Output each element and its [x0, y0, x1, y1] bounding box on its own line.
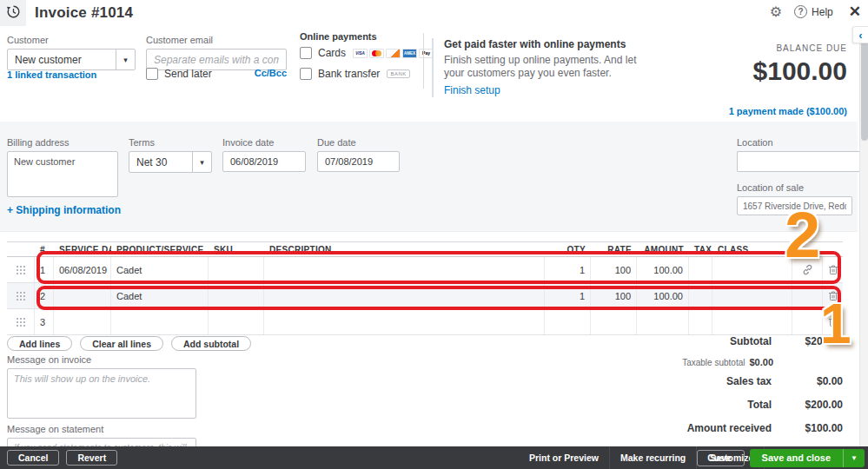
class-cell[interactable]	[712, 283, 792, 308]
bank-badge: BANK	[387, 69, 409, 78]
amount-received-label: Amount received	[687, 422, 772, 434]
class-cell[interactable]	[712, 309, 792, 334]
service-date-cell[interactable]: 06/08/2019	[54, 257, 111, 282]
billing-address-input[interactable]: New customer	[7, 151, 118, 197]
invoice-date-input[interactable]	[222, 151, 306, 172]
chevron-down-icon[interactable]: ▾	[116, 50, 135, 69]
add-lines-button[interactable]: Add lines	[7, 336, 72, 351]
description-cell[interactable]	[264, 283, 545, 308]
tax-cell[interactable]	[689, 283, 712, 308]
rate-cell[interactable]: 100	[591, 283, 637, 308]
sku-cell[interactable]	[209, 257, 264, 282]
message-on-invoice-input[interactable]	[7, 368, 196, 419]
taxable-subtotal-label: Taxable subtotal	[682, 358, 745, 367]
customer-value: New customer	[8, 54, 116, 66]
invoice-details-band: Billing address New customer Terms Net 3…	[0, 122, 858, 232]
recent-transactions-button[interactable]	[0, 0, 26, 26]
divider	[423, 33, 424, 89]
col-header-service-date: SERVICE DATE	[54, 242, 111, 256]
col-header-tax: TAX	[689, 242, 712, 256]
payment-made-link[interactable]: 1 payment made ($100.00)	[729, 106, 847, 116]
due-date-label: Due date	[317, 137, 400, 148]
clear-all-lines-button[interactable]: Clear all lines	[80, 336, 163, 351]
location-input[interactable]	[737, 151, 868, 172]
card-brand-icons: VISA AMEX Pay	[353, 49, 434, 58]
trash-icon[interactable]	[828, 264, 838, 275]
amount-cell[interactable]: 100.00	[637, 257, 689, 282]
rate-cell[interactable]: 100	[591, 257, 637, 282]
drag-handle-icon[interactable]	[16, 317, 25, 327]
class-cell[interactable]	[712, 257, 792, 282]
product-cell[interactable]: Cadet	[111, 283, 209, 308]
sku-cell[interactable]	[209, 283, 264, 308]
total-label: Total	[747, 399, 772, 411]
print-or-preview-button[interactable]: Print or Preview	[519, 452, 609, 463]
due-date-input[interactable]	[317, 151, 400, 172]
cards-checkbox[interactable]	[300, 47, 312, 59]
qty-cell[interactable]: 1	[545, 283, 591, 308]
product-cell[interactable]: Cadet	[111, 257, 209, 282]
col-header-product: PRODUCT/SERVICE	[111, 242, 209, 256]
amount-cell[interactable]: 100.00	[637, 283, 689, 308]
help-button[interactable]: ? Help	[794, 5, 833, 18]
drag-handle-icon[interactable]	[16, 265, 25, 274]
service-date-cell[interactable]	[54, 283, 111, 308]
trash-icon[interactable]	[828, 290, 838, 301]
linked-payment-icon[interactable]	[802, 264, 813, 275]
ccbcc-link[interactable]: Cc/Bcc	[255, 68, 287, 78]
send-later-checkbox[interactable]	[146, 68, 158, 80]
col-header-num: #	[35, 242, 54, 256]
table-row[interactable]: 1 06/08/2019 Cadet 1 100 100.00	[7, 257, 843, 283]
terms-select[interactable]: Net 30 ▾	[129, 151, 212, 173]
make-recurring-button[interactable]: Make recurring	[610, 452, 696, 463]
location-of-sale-input[interactable]	[737, 196, 852, 215]
add-subtotal-button[interactable]: Add subtotal	[171, 336, 251, 351]
gear-icon[interactable]: ⚙	[770, 3, 782, 20]
qty-cell[interactable]	[545, 309, 591, 334]
save-and-close-button[interactable]: Save and close ▼	[750, 449, 865, 467]
close-icon[interactable]: ✕	[849, 3, 861, 21]
table-row[interactable]: 3	[7, 309, 843, 335]
online-payments-title: Online payments	[300, 31, 420, 42]
billing-address-label: Billing address	[7, 137, 118, 148]
cards-label: Cards	[318, 47, 346, 59]
tax-cell[interactable]	[689, 309, 712, 334]
visa-icon: VISA	[353, 49, 368, 58]
table-row[interactable]: 2 Cadet 1 100 100.00	[7, 283, 843, 309]
linked-transaction-link[interactable]: 1 linked transaction	[7, 69, 96, 80]
chevron-down-icon[interactable]: ▼	[843, 449, 865, 467]
description-cell[interactable]	[264, 257, 545, 282]
chevron-down-icon[interactable]: ▾	[192, 152, 211, 172]
description-cell[interactable]	[264, 309, 545, 334]
bank-transfer-label: Bank transfer	[318, 68, 380, 80]
sku-cell[interactable]	[209, 309, 264, 334]
vertical-scrollbar[interactable]	[859, 26, 868, 446]
rate-cell[interactable]	[591, 309, 637, 334]
message-on-invoice-label: Message on invoice	[7, 354, 196, 365]
col-header-description: DESCRIPTION	[264, 242, 545, 256]
invoice-date-label: Invoice date	[222, 137, 306, 148]
collapse-panel-button[interactable]: ‹	[852, 26, 868, 43]
revert-button[interactable]: Revert	[66, 450, 117, 466]
shipping-information-link[interactable]: + Shipping information	[7, 204, 121, 216]
help-label: Help	[812, 6, 833, 18]
drag-handle-icon[interactable]	[16, 291, 25, 301]
product-cell[interactable]	[111, 309, 209, 334]
cancel-button[interactable]: Cancel	[7, 450, 59, 466]
customer-email-label: Customer email	[146, 35, 287, 45]
customer-label: Customer	[7, 35, 136, 45]
col-header-qty: QTY	[545, 242, 591, 256]
promo-text-line2: your customers pay you even faster.	[444, 67, 666, 80]
amex-icon: AMEX	[402, 49, 417, 58]
service-date-cell[interactable]	[54, 309, 111, 334]
customer-select[interactable]: New customer ▾	[7, 49, 136, 70]
save-button[interactable]: Save	[697, 450, 745, 466]
tax-cell[interactable]	[689, 257, 712, 282]
bank-transfer-checkbox[interactable]	[300, 68, 312, 80]
mastercard-icon	[369, 49, 384, 58]
qty-cell[interactable]: 1	[545, 257, 591, 282]
amount-cell[interactable]	[637, 309, 689, 334]
finish-setup-link[interactable]: Finish setup	[444, 84, 500, 96]
trash-icon[interactable]	[828, 316, 838, 327]
message-on-statement-label: Message on statement	[7, 424, 196, 434]
